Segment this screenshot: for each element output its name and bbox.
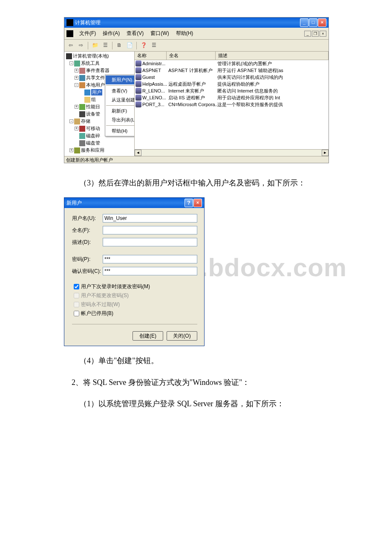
group-icon <box>84 97 90 103</box>
fullname-input[interactable] <box>103 226 197 234</box>
export-icon[interactable]: 📄 <box>125 41 134 50</box>
tree-diskmgmt[interactable]: 磁盘管 <box>86 140 100 146</box>
app-icon <box>66 19 73 26</box>
ctx-help[interactable]: 帮助(H) <box>106 127 135 136</box>
defrag-icon <box>79 133 85 139</box>
computer-icon <box>66 53 72 59</box>
cell-fullname <box>168 60 217 67</box>
user-icon <box>84 90 90 95</box>
password-input[interactable] <box>103 255 197 263</box>
create-button[interactable]: 创建(E) <box>133 331 163 341</box>
maximize-button[interactable]: □ <box>309 18 317 27</box>
cell-fullname: CN=Microsoft Corpora... <box>168 101 217 108</box>
minimize-button[interactable]: _ <box>300 18 308 27</box>
perf-icon <box>79 104 85 110</box>
toolbar: ⇦ ⇨ 📁 ☰ 🗎 📄 ❓ ☰ <box>64 40 329 52</box>
chk-mustchange[interactable] <box>74 284 79 289</box>
ctx-newwindow[interactable]: 从这里创建窗口(W) <box>106 95 135 104</box>
col-name[interactable]: 名称 <box>135 52 167 60</box>
cell-name: W_LENO... <box>142 94 166 101</box>
storage-icon <box>74 119 80 124</box>
menu-help[interactable]: 帮助(H) <box>173 29 197 38</box>
mdi-restore[interactable]: ❐ <box>312 31 319 37</box>
tree-defrag[interactable]: 磁盘碎 <box>86 133 100 139</box>
confirm-input[interactable] <box>103 267 197 275</box>
mdi-minimize[interactable]: _ <box>304 31 311 37</box>
cell-description: 这是一个帮助和支持服务的提供 <box>217 101 328 108</box>
tree-groups[interactable]: 组 <box>91 96 96 103</box>
cell-name: R_LENO... <box>142 87 165 94</box>
instruction-5: 2、将 SQL Serve 身份验证方式改为"Windows 验证"： <box>64 376 328 389</box>
user-icon <box>135 74 141 80</box>
list-item[interactable]: ASPNETASP.NET 计算机帐户用于运行 ASP.NET 辅助进程(as <box>135 67 329 74</box>
tree-event[interactable]: 事件查看器 <box>86 67 110 74</box>
ctx-refresh[interactable]: 刷新(F) <box>106 107 135 116</box>
close-button[interactable]: × <box>318 18 326 27</box>
menu-window[interactable]: 窗口(W) <box>147 29 172 38</box>
horizontal-scrollbar[interactable]: ◄ ► <box>135 149 329 156</box>
collapse-icon[interactable]: - <box>69 61 73 65</box>
cell-description: 用于启动进程外应用程序的 Int <box>217 94 328 101</box>
expand-icon[interactable]: + <box>75 105 78 109</box>
expand-icon[interactable]: + <box>75 76 78 80</box>
tools-icon <box>74 61 80 66</box>
forward-icon[interactable]: ⇨ <box>77 41 85 50</box>
tree-storage[interactable]: 存储 <box>81 118 90 124</box>
list-item[interactable]: R_LENO...Internet 来宾帐户匿名访问 Internet 信息服务… <box>135 87 329 94</box>
close-button[interactable]: 关闭(O) <box>167 331 197 341</box>
device-icon <box>79 111 85 117</box>
ctx-export[interactable]: 导出列表(L)... <box>106 116 135 124</box>
scroll-right-icon[interactable]: ► <box>322 150 329 156</box>
refresh-icon[interactable]: 🗎 <box>115 41 124 50</box>
dialog-close-button[interactable]: × <box>193 199 202 207</box>
ctx-view[interactable]: 查看(V) <box>106 87 135 95</box>
expand-icon[interactable]: + <box>75 69 78 72</box>
user-icon <box>135 81 141 87</box>
cell-description: 用于运行 ASP.NET 辅助进程(as <box>217 67 328 74</box>
collapse-icon[interactable]: - <box>69 119 73 123</box>
list-item[interactable]: HelpAssis...远程桌面助手帐户提供远程协助的帐户 <box>135 81 329 87</box>
tree-systools[interactable]: 系统工具 <box>81 60 100 66</box>
cell-description: 管理计算机(域)的内置帐户 <box>217 60 328 67</box>
username-label: 用户名(U): <box>72 215 103 222</box>
view-icon[interactable]: ☰ <box>150 41 158 50</box>
tree-perf[interactable]: 性能日 <box>86 104 100 110</box>
menu-view[interactable]: 查看(V) <box>123 29 147 38</box>
removable-icon <box>79 126 85 132</box>
cell-name: Administr... <box>142 60 165 67</box>
tree-users[interactable]: 用户 <box>91 89 102 95</box>
password-label: 密码(P): <box>72 256 103 263</box>
description-input[interactable] <box>103 238 197 246</box>
chk-disabled[interactable] <box>74 311 79 316</box>
computer-management-window: 计算机管理 _ □ × 文件(F) 操作(A) 查看(V) 窗口(W) 帮助(H… <box>64 17 329 163</box>
new-user-dialog: 新用户 ? × 用户名(U): 全名(F): 描述(D): 密码(P): <box>64 197 205 346</box>
up-icon[interactable]: 📁 <box>91 41 99 50</box>
list-item[interactable]: Guest供来宾访问计算机或访问域的内 <box>135 74 329 81</box>
scroll-left-icon[interactable]: ◄ <box>135 150 141 156</box>
col-full[interactable]: 全名 <box>167 52 216 60</box>
properties-icon[interactable]: ☰ <box>101 41 110 50</box>
menubar: 文件(F) 操作(A) 查看(V) 窗口(W) 帮助(H) _ ❐ × <box>64 28 329 40</box>
help-icon[interactable]: ❓ <box>139 41 148 50</box>
expand-icon[interactable]: + <box>69 148 73 152</box>
menu-action[interactable]: 操作(A) <box>99 29 123 38</box>
menu-file[interactable]: 文件(F) <box>76 29 99 38</box>
mdi-close[interactable]: × <box>320 31 326 37</box>
chk-neverexpire <box>74 302 79 307</box>
dialog-help-button[interactable]: ? <box>184 199 193 207</box>
tree-device[interactable]: 设备管 <box>86 111 100 117</box>
chk-mustchange-label: 用户下次登录时须更改密码(M) <box>81 283 150 290</box>
list-item[interactable]: W_LENO...启动 IIS 进程帐户用于启动进程外应用程序的 Int <box>135 94 329 101</box>
collapse-icon[interactable]: - <box>75 83 78 87</box>
list-item[interactable]: Administr...管理计算机(域)的内置帐户 <box>135 60 329 67</box>
tree-root[interactable]: 计算机管理(本地) <box>73 53 109 59</box>
tree-removable[interactable]: 可移动 <box>86 125 100 132</box>
ctx-newuser[interactable]: 新用户(N)... <box>106 75 135 84</box>
username-input[interactable] <box>103 214 197 223</box>
back-icon[interactable]: ⇦ <box>66 41 75 50</box>
cell-fullname: 远程桌面助手帐户 <box>168 81 217 87</box>
list-item[interactable]: PORT_3...CN=Microsoft Corpora...这是一个帮助和支… <box>135 101 329 108</box>
col-desc[interactable]: 描述 <box>216 52 329 60</box>
expand-icon[interactable]: + <box>75 127 78 130</box>
tree-services[interactable]: 服务和应用 <box>81 147 104 153</box>
